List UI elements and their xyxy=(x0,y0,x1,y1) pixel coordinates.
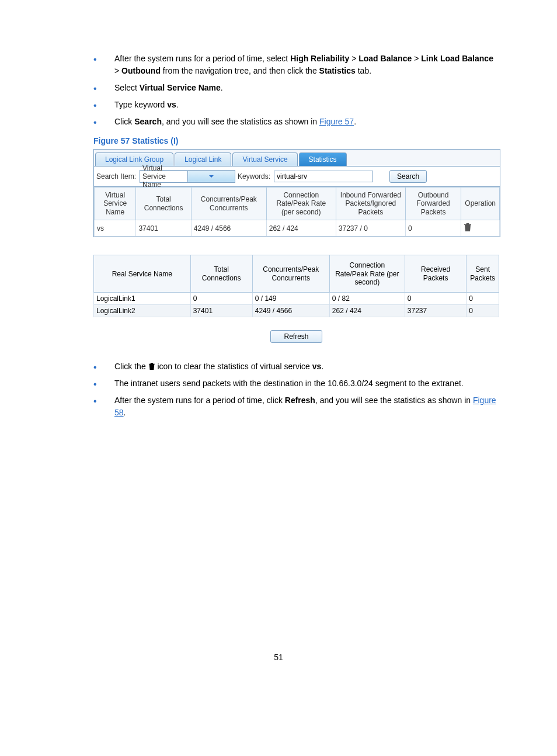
figure-57-link[interactable]: Figure 57 xyxy=(319,117,354,126)
table-row: vs 37401 4249 / 4566 262 / 424 37237 / 0… xyxy=(95,220,500,237)
chevron-down-icon xyxy=(187,171,235,182)
search-item-value: Virtual Service Name xyxy=(140,164,187,189)
col-received: Received Packets xyxy=(405,255,466,293)
instruction-list-bottom: Click the icon to clear the statistics o… xyxy=(58,360,499,419)
search-item-label: Search Item: xyxy=(96,172,136,181)
instruction-item: After the system runs for a period of ti… xyxy=(93,53,499,77)
keywords-label: Keywords: xyxy=(238,172,270,181)
col-concurrents: Concurrents/Peak Concurrents xyxy=(191,188,266,220)
col-conn-rate: Connection Rate/Peak Rate (per second) xyxy=(266,188,336,220)
col-total-conn: Total Connections xyxy=(136,188,191,220)
trash-icon xyxy=(148,362,158,371)
keywords-input[interactable] xyxy=(274,171,373,182)
col-outbound: Outbound Forwarded Packets xyxy=(405,188,461,220)
col-total-conn: Total Connections xyxy=(190,255,252,293)
col-operation: Operation xyxy=(461,188,500,220)
instruction-item: Type keyword vs. xyxy=(93,99,499,111)
col-conn-rate: Connection Rate/Peak Rate (per second) xyxy=(329,255,405,293)
refresh-button[interactable]: Refresh xyxy=(270,330,322,343)
table-row: LogicalLink1 0 0 / 149 0 / 82 0 0 xyxy=(94,293,499,305)
instruction-item: Select Virtual Service Name. xyxy=(93,82,499,94)
instruction-item: The intranet users send packets with the… xyxy=(93,377,499,390)
col-sent: Sent Packets xyxy=(467,255,499,293)
real-service-panel: Real Service Name Total Connections Conc… xyxy=(93,255,499,317)
col-inbound: Inbound Forwarded Packets/Ignored Packet… xyxy=(336,188,405,220)
figure-caption: Figure 57 Statistics (I) xyxy=(93,136,499,145)
tab-statistics[interactable]: Statistics xyxy=(299,152,347,166)
page-number: 51 xyxy=(58,653,499,662)
table-row: LogicalLink2 37401 4249 / 4566 262 / 424… xyxy=(94,305,499,317)
instruction-item: Click the icon to clear the statistics o… xyxy=(93,360,499,373)
statistics-panel: Logical Link Group Logical Link Virtual … xyxy=(93,149,500,237)
col-concurrents: Concurrents/Peak Concurrents xyxy=(252,255,329,293)
search-row: Search Item: Virtual Service Name Keywor… xyxy=(94,167,500,187)
instruction-item: After the system runs for a period of ti… xyxy=(93,394,499,419)
search-item-select[interactable]: Virtual Service Name xyxy=(140,170,235,183)
virtual-service-stats-table: Virtual Service Name Total Connections C… xyxy=(94,187,500,237)
real-service-stats-table: Real Service Name Total Connections Conc… xyxy=(93,255,499,317)
col-vs-name: Virtual Service Name xyxy=(95,188,136,220)
trash-icon[interactable] xyxy=(464,226,472,234)
instruction-list-top: After the system runs for a period of ti… xyxy=(58,53,499,128)
col-real-name: Real Service Name xyxy=(94,255,191,293)
tab-virtual-service[interactable]: Virtual Service xyxy=(232,152,297,166)
instruction-item: Click Search, and you will see the stati… xyxy=(93,116,499,128)
search-button[interactable]: Search xyxy=(389,170,427,183)
